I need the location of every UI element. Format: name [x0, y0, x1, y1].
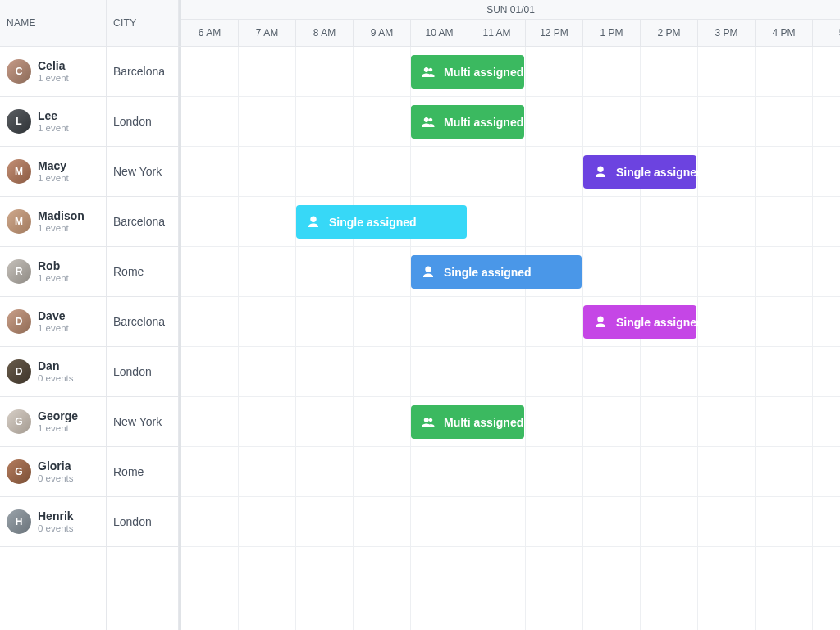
timeline-row[interactable]: Single assigned: [181, 247, 840, 297]
event-multi-assigned[interactable]: Multi assigned: [411, 105, 524, 139]
timeline-row[interactable]: Multi assigned: [181, 397, 840, 447]
timeline-row[interactable]: [181, 447, 840, 497]
users-icon: [421, 65, 436, 80]
resource-row[interactable]: DDan0 events: [0, 347, 106, 397]
city-cell[interactable]: Rome: [107, 447, 178, 497]
users-icon: [421, 115, 436, 130]
hour-header-cell[interactable]: 3 PM: [698, 20, 756, 46]
city-text: London: [113, 365, 152, 378]
avatar: G: [7, 409, 31, 434]
resource-events-count: 0 events: [38, 373, 73, 385]
timeline-rows: Multi assignedMulti assignedSingle assig…: [181, 47, 840, 630]
city-cell[interactable]: Barcelona: [107, 47, 178, 97]
timeline-body[interactable]: Multi assignedMulti assignedSingle assig…: [179, 47, 840, 630]
resource-row[interactable]: HHenrik0 events: [0, 497, 106, 547]
resource-events-count: 1 event: [38, 273, 69, 285]
event-label: Multi assigned: [444, 66, 523, 79]
event-label: Multi assigned: [444, 416, 523, 429]
resource-row[interactable]: MMadison1 event: [0, 197, 106, 247]
event-single-assigned[interactable]: Single assigned: [296, 205, 467, 239]
city-cell[interactable]: London: [107, 97, 178, 147]
event-label: Multi assigned: [444, 116, 523, 129]
resource-name: Celia: [38, 59, 69, 73]
resource-name: Madison: [38, 209, 84, 223]
event-multi-assigned[interactable]: Multi assigned: [411, 405, 524, 439]
resource-row[interactable]: GGloria0 events: [0, 447, 106, 497]
resource-row[interactable]: LLee1 event: [0, 97, 106, 147]
event-single-assigned[interactable]: Single assigned: [411, 255, 582, 289]
resource-row[interactable]: CCelia1 event: [0, 47, 106, 97]
event-single-assigned[interactable]: Single assigned: [583, 305, 696, 339]
resource-name: Dave: [38, 309, 69, 323]
avatar: M: [7, 159, 31, 184]
resource-events-count: 1 event: [38, 173, 69, 185]
date-header[interactable]: SUN 01/01: [181, 0, 840, 20]
timeline-row[interactable]: Single assigned: [181, 147, 840, 197]
city-text: Rome: [113, 265, 144, 278]
hour-header-cell[interactable]: 6 AM: [181, 20, 239, 46]
city-cell[interactable]: Rome: [107, 247, 178, 297]
hour-header-cell[interactable]: 1 PM: [583, 20, 641, 46]
avatar: G: [7, 459, 31, 484]
city-text: Barcelona: [113, 315, 165, 328]
resource-row[interactable]: GGeorge1 event: [0, 397, 106, 447]
resource-row[interactable]: DDave1 event: [0, 297, 106, 347]
users-icon: [421, 415, 436, 430]
city-cell[interactable]: Barcelona: [107, 297, 178, 347]
hour-header-cell[interactable]: 7 AM: [239, 20, 296, 46]
column-header-name[interactable]: NAME: [0, 0, 107, 46]
hour-header-cell[interactable]: 2 PM: [641, 20, 698, 46]
hour-header-cell[interactable]: 4 PM: [756, 20, 813, 46]
event-single-assigned[interactable]: Single assigned: [583, 155, 696, 189]
city-text: Rome: [113, 465, 144, 478]
city-text: London: [113, 515, 152, 528]
timeline-row[interactable]: [181, 497, 840, 547]
resource-events-count: 1 event: [38, 73, 69, 84]
event-multi-assigned[interactable]: Multi assigned: [411, 55, 524, 89]
city-cell[interactable]: London: [107, 347, 178, 397]
scheduler-header: NAME CITY SUN 01/01 6 AM7 AM8 AM9 AM10 A…: [0, 0, 840, 47]
resource-name: George: [38, 409, 78, 423]
resource-events-count: 0 events: [38, 473, 73, 485]
avatar: C: [7, 59, 31, 84]
locked-columns-body: CCelia1 eventLLee1 eventMMacy1 eventMMad…: [0, 47, 179, 630]
city-cell[interactable]: Barcelona: [107, 197, 178, 247]
city-text: New York: [113, 165, 162, 178]
resource-events-count: 0 events: [38, 523, 74, 535]
city-cell[interactable]: New York: [107, 147, 178, 197]
user-icon: [593, 315, 608, 330]
city-cell[interactable]: New York: [107, 397, 178, 447]
resource-row[interactable]: RRob1 event: [0, 247, 106, 297]
city-text: London: [113, 115, 152, 128]
resource-text: Rob1 event: [38, 259, 69, 285]
resource-name: Dan: [38, 359, 73, 373]
resource-events-count: 1 event: [38, 423, 78, 435]
resource-name: Macy: [38, 159, 69, 173]
resource-events-count: 1 event: [38, 123, 69, 135]
timeline-row[interactable]: Single assigned: [181, 197, 840, 247]
resource-row[interactable]: MMacy1 event: [0, 147, 106, 197]
city-cell[interactable]: London: [107, 497, 178, 547]
hour-header-cell[interactable]: 11 AM: [468, 20, 526, 46]
event-label: Single assigned: [329, 216, 417, 229]
resource-name: Rob: [38, 259, 69, 273]
hour-header-cell[interactable]: 10 AM: [411, 20, 468, 46]
timeline-row[interactable]: Single assigned: [181, 297, 840, 347]
timeline-row[interactable]: Multi assigned: [181, 47, 840, 97]
resource-text: Lee1 event: [38, 109, 69, 135]
timeline-row[interactable]: Multi assigned: [181, 97, 840, 147]
avatar: D: [7, 359, 31, 384]
hour-header-cell[interactable]: 12 PM: [526, 20, 583, 46]
avatar: D: [7, 309, 31, 334]
user-icon: [306, 215, 321, 230]
hour-header-cell[interactable]: 5: [813, 20, 840, 46]
city-text: Barcelona: [113, 65, 165, 78]
avatar: L: [7, 109, 31, 134]
column-header-city[interactable]: CITY: [107, 0, 179, 46]
timeline-row[interactable]: [181, 347, 840, 397]
resources-column: CCelia1 eventLLee1 eventMMacy1 eventMMad…: [0, 47, 107, 630]
hour-header-cell[interactable]: 8 AM: [296, 20, 354, 46]
timeline-header: SUN 01/01 6 AM7 AM8 AM9 AM10 AM11 AM12 P…: [179, 0, 840, 46]
resource-text: Henrik0 events: [38, 509, 74, 535]
hour-header-cell[interactable]: 9 AM: [354, 20, 411, 46]
